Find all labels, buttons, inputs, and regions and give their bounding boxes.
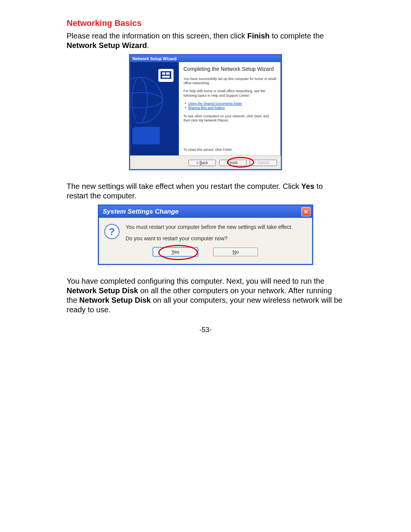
text: Please read the information on this scre… xyxy=(67,32,247,40)
wizard-text: You have successfully set up this comput… xyxy=(183,77,276,86)
text: es xyxy=(174,249,180,255)
text: o xyxy=(236,249,239,255)
wizard-text: For help with home or small office netwo… xyxy=(183,89,276,98)
dialog-title-text: System Settings Change xyxy=(103,208,178,216)
dialog-text: You must restart your computer before th… xyxy=(126,224,293,241)
paragraph-3: You have completed configuring this comp… xyxy=(67,276,344,315)
text: . xyxy=(147,41,149,50)
text: You have completed configuring this comp… xyxy=(67,277,324,285)
system-settings-change-dialog: System Settings Change ✕ ? You must rest… xyxy=(98,204,313,265)
text: B xyxy=(199,161,202,165)
dialog-line2: Do you want to restart your computer now… xyxy=(126,235,293,241)
text: Y xyxy=(171,249,174,255)
text-bold: Network Setup Wizard xyxy=(67,41,147,50)
help-link-shared-documents[interactable]: Using the Shared Documents folder xyxy=(188,102,242,105)
text: ack xyxy=(202,161,208,165)
text: The new settings will take effect when y… xyxy=(67,182,301,190)
close-icon[interactable]: ✕ xyxy=(301,207,311,216)
cancel-button[interactable]: Cancel xyxy=(250,160,277,166)
svg-rect-6 xyxy=(162,72,165,75)
wizard-titlebar: Network Setup Wizard xyxy=(130,55,281,62)
text: N xyxy=(233,249,236,255)
text: < xyxy=(196,161,200,165)
paragraph-1: Please read the information on this scre… xyxy=(67,31,344,50)
svg-rect-7 xyxy=(166,72,170,75)
section-title: Networking Basics xyxy=(67,18,344,28)
dialog-body: ? You must restart your computer before … xyxy=(99,218,312,244)
document-page: Networking Basics Please read the inform… xyxy=(0,0,411,532)
question-icon: ? xyxy=(104,224,119,239)
page-number: -53- xyxy=(0,326,411,334)
finish-button[interactable]: Finish xyxy=(219,160,247,166)
back-button[interactable]: < Back xyxy=(188,160,216,166)
text-bold: Yes xyxy=(301,182,314,190)
paragraph-2: The new settings will take effect when y… xyxy=(67,182,344,201)
text-bold: Finish xyxy=(247,32,270,40)
help-link-sharing-files[interactable]: Sharing files and folders xyxy=(188,106,225,110)
wizard-body: Completing the Network Setup Wizard You … xyxy=(130,62,281,155)
dialog-buttons: Yes No xyxy=(99,244,312,264)
wizard-link-list: Using the Shared Documents folder Sharin… xyxy=(185,102,276,110)
wizard-text: To see other computers on your network, … xyxy=(183,114,276,123)
svg-rect-9 xyxy=(132,127,160,144)
wizard-close-text: To close this wizard, click Finish. xyxy=(183,148,276,152)
wizard-footer: < Back Finish Cancel xyxy=(130,155,281,169)
text-bold: Network Setup Disk xyxy=(79,296,151,304)
yes-button[interactable]: Yes xyxy=(153,248,198,256)
dialog-line1: You must restart your computer before th… xyxy=(126,224,293,230)
svg-rect-8 xyxy=(162,76,170,78)
text: to complete the xyxy=(270,32,324,40)
wizard-heading: Completing the Network Setup Wizard xyxy=(183,66,276,72)
text-bold: Network Setup Disk xyxy=(67,286,138,295)
network-setup-wizard-dialog: Network Setup Wizard xyxy=(129,54,282,170)
wizard-content: Completing the Network Setup Wizard You … xyxy=(179,62,281,155)
dialog-titlebar: System Settings Change ✕ xyxy=(99,206,312,218)
no-button[interactable]: No xyxy=(213,248,258,256)
wizard-side-graphic xyxy=(130,62,179,155)
